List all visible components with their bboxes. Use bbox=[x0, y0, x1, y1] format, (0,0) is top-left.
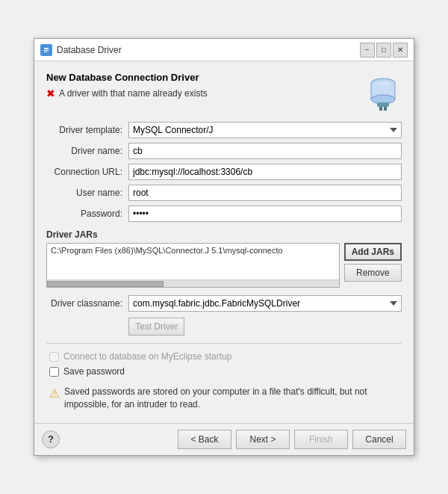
driver-name-label: Driver name: bbox=[46, 146, 128, 156]
connection-url-label: Connection URL: bbox=[46, 167, 128, 177]
startup-checkbox-row: Connect to database on MyEclipse startup bbox=[46, 351, 402, 362]
finish-button[interactable]: Finish bbox=[294, 430, 348, 449]
startup-checkbox-label: Connect to database on MyEclipse startup bbox=[63, 351, 231, 362]
driver-template-label: Driver template: bbox=[46, 125, 128, 135]
driver-name-input[interactable] bbox=[128, 143, 402, 159]
separator bbox=[46, 343, 402, 344]
driver-jars-label: Driver JARs bbox=[46, 229, 402, 240]
classname-select[interactable]: com.mysql.fabric.jdbc.FabricMySQLDriver bbox=[128, 295, 402, 312]
jars-buttons: Add JARs Remove bbox=[344, 243, 402, 282]
password-label: Password: bbox=[46, 209, 128, 219]
save-password-checkbox[interactable] bbox=[49, 367, 59, 377]
jars-list-area[interactable]: C:\Program Files (x86)\MySQL\Connector.J… bbox=[46, 243, 340, 288]
connection-url-row: Connection URL: bbox=[46, 164, 402, 180]
cancel-button[interactable]: Cancel bbox=[352, 430, 406, 449]
startup-checkbox[interactable] bbox=[49, 352, 59, 362]
svg-rect-1 bbox=[44, 48, 49, 49]
main-window: Database Driver − □ ✕ New Database Conne… bbox=[34, 38, 414, 456]
warning-text: Saved passwords are stored on your compu… bbox=[64, 386, 399, 411]
user-name-row: User name: bbox=[46, 185, 402, 201]
error-message: ✖ A driver with that name already exists bbox=[46, 87, 208, 99]
add-jars-button[interactable]: Add JARs bbox=[344, 243, 402, 261]
jars-scrollbar[interactable] bbox=[47, 280, 339, 287]
jar-path-item: C:\Program Files (x86)\MySQL\Connector.J… bbox=[47, 244, 339, 257]
error-text: A driver with that name already exists bbox=[59, 88, 208, 99]
header-section: New Database Connection Driver ✖ A drive… bbox=[46, 72, 402, 113]
driver-template-row: Driver template: MySQL Connector/J bbox=[46, 122, 402, 138]
save-password-checkbox-row: Save password bbox=[46, 366, 402, 377]
dialog-title: New Database Connection Driver bbox=[46, 72, 208, 83]
next-button[interactable]: Next > bbox=[236, 430, 290, 449]
save-password-label: Save password bbox=[63, 366, 125, 377]
app-icon bbox=[40, 44, 52, 56]
driver-template-select[interactable]: MySQL Connector/J bbox=[128, 122, 402, 138]
minimize-button[interactable]: − bbox=[360, 43, 375, 58]
jars-container: C:\Program Files (x86)\MySQL\Connector.J… bbox=[46, 243, 402, 288]
window-title: Database Driver bbox=[57, 45, 122, 55]
password-input[interactable] bbox=[128, 206, 402, 222]
test-driver-area: Test Driver bbox=[128, 318, 402, 336]
error-icon: ✖ bbox=[46, 87, 55, 99]
footer-right: < Back Next > Finish Cancel bbox=[178, 430, 406, 449]
svg-rect-11 bbox=[384, 107, 387, 111]
header-image bbox=[357, 72, 402, 113]
svg-rect-2 bbox=[44, 50, 49, 51]
warning-icon: ⚠ bbox=[49, 386, 60, 411]
svg-point-12 bbox=[376, 81, 391, 85]
title-bar-left: Database Driver bbox=[40, 44, 122, 56]
help-button[interactable]: ? bbox=[42, 430, 60, 448]
svg-rect-10 bbox=[379, 107, 382, 111]
back-button[interactable]: < Back bbox=[178, 430, 231, 449]
dialog-content: New Database Connection Driver ✖ A drive… bbox=[34, 61, 414, 423]
footer-left: ? bbox=[42, 430, 60, 448]
maximize-button[interactable]: □ bbox=[376, 43, 391, 58]
close-button[interactable]: ✕ bbox=[393, 43, 408, 58]
title-bar: Database Driver − □ ✕ bbox=[34, 39, 414, 61]
classname-label: Driver classname: bbox=[46, 298, 128, 309]
form-section: Driver template: MySQL Connector/J Drive… bbox=[46, 122, 402, 222]
user-name-label: User name: bbox=[46, 188, 128, 198]
driver-jars-section: Driver JARs C:\Program Files (x86)\MySQL… bbox=[46, 229, 402, 288]
svg-rect-3 bbox=[44, 52, 47, 52]
connection-url-input[interactable] bbox=[128, 164, 402, 180]
password-row: Password: bbox=[46, 206, 402, 222]
header-text: New Database Connection Driver ✖ A drive… bbox=[46, 72, 208, 99]
user-name-input[interactable] bbox=[128, 185, 402, 201]
title-bar-controls: − □ ✕ bbox=[360, 43, 408, 58]
remove-button[interactable]: Remove bbox=[344, 264, 402, 282]
driver-name-row: Driver name: bbox=[46, 143, 402, 159]
footer: ? < Back Next > Finish Cancel bbox=[34, 423, 414, 455]
svg-rect-9 bbox=[377, 102, 389, 107]
test-driver-button[interactable]: Test Driver bbox=[128, 318, 184, 336]
scrollbar-thumb[interactable] bbox=[47, 281, 164, 287]
warning-box: ⚠ Saved passwords are stored on your com… bbox=[46, 381, 402, 416]
classname-row: Driver classname: com.mysql.fabric.jdbc.… bbox=[46, 295, 402, 312]
